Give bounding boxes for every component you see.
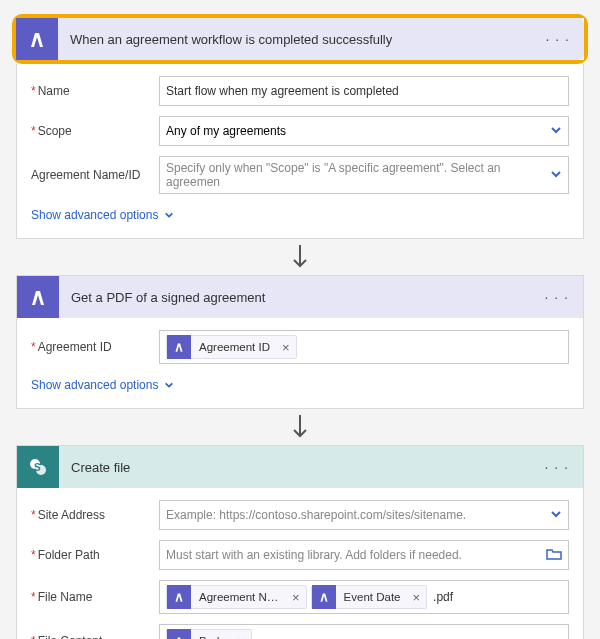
createfile-title: Create file bbox=[59, 460, 531, 475]
sharepoint-icon: S bbox=[17, 446, 59, 488]
trigger-body-card: *Name *Scope Any of my agreements Agreem… bbox=[16, 64, 584, 239]
field-agreement[interactable]: Specify only when "Scope" is "A specific… bbox=[159, 156, 569, 194]
remove-token-icon[interactable]: × bbox=[231, 634, 251, 640]
createfile-body: *Site Address Example: https://contoso.s… bbox=[17, 488, 583, 639]
trigger-title: When an agreement workflow is completed … bbox=[58, 32, 532, 47]
token-agreement-id[interactable]: Agreement ID × bbox=[166, 335, 297, 359]
row-filename: *File Name Agreement Na... × Event Date … bbox=[31, 580, 569, 614]
label-name: *Name bbox=[31, 84, 159, 98]
remove-token-icon[interactable]: × bbox=[286, 590, 306, 605]
site-placeholder: Example: https://contoso.sharepoint.com/… bbox=[166, 508, 546, 522]
label-agreement-id: *Agreement ID bbox=[31, 340, 159, 354]
createfile-menu-button[interactable]: · · · bbox=[531, 459, 583, 475]
getpdf-menu-button[interactable]: · · · bbox=[531, 289, 583, 305]
trigger-body: *Name *Scope Any of my agreements Agreem… bbox=[17, 64, 583, 238]
folder-placeholder: Must start with an existing library. Add… bbox=[166, 548, 542, 562]
adobe-sign-icon bbox=[167, 585, 191, 609]
createfile-card: S Create file · · · *Site Address Exampl… bbox=[16, 445, 584, 639]
adobe-sign-icon bbox=[167, 335, 191, 359]
adobe-sign-icon bbox=[167, 629, 191, 639]
label-scope: *Scope bbox=[31, 124, 159, 138]
field-site[interactable]: Example: https://contoso.sharepoint.com/… bbox=[159, 500, 569, 530]
svg-text:S: S bbox=[34, 462, 41, 473]
highlighted-trigger: When an agreement workflow is completed … bbox=[12, 14, 588, 64]
row-name: *Name bbox=[31, 76, 569, 106]
trigger-header[interactable]: When an agreement workflow is completed … bbox=[16, 18, 584, 60]
chevron-down-icon[interactable] bbox=[550, 168, 562, 183]
chevron-down-icon[interactable] bbox=[550, 124, 562, 139]
adobe-sign-icon bbox=[16, 18, 58, 60]
filename-suffix: .pdf bbox=[431, 590, 453, 604]
getpdf-title: Get a PDF of a signed agreement bbox=[59, 290, 531, 305]
advanced-options-link[interactable]: Show advanced options bbox=[31, 374, 174, 402]
row-scope: *Scope Any of my agreements bbox=[31, 116, 569, 146]
remove-token-icon[interactable]: × bbox=[276, 340, 296, 355]
adobe-sign-icon bbox=[17, 276, 59, 318]
token-body[interactable]: Body × bbox=[166, 629, 252, 639]
agreement-placeholder: Specify only when "Scope" is "A specific… bbox=[166, 161, 546, 189]
label-filecontent: *File Content bbox=[31, 634, 159, 639]
row-site: *Site Address Example: https://contoso.s… bbox=[31, 500, 569, 530]
chevron-down-icon bbox=[164, 380, 174, 390]
advanced-options-link[interactable]: Show advanced options bbox=[31, 204, 174, 232]
trigger-menu-button[interactable]: · · · bbox=[532, 31, 584, 47]
row-folder: *Folder Path Must start with an existing… bbox=[31, 540, 569, 570]
chevron-down-icon bbox=[164, 210, 174, 220]
row-agreement: Agreement Name/ID Specify only when "Sco… bbox=[31, 156, 569, 194]
getpdf-header[interactable]: Get a PDF of a signed agreement · · · bbox=[17, 276, 583, 318]
label-site: *Site Address bbox=[31, 508, 159, 522]
adobe-sign-icon bbox=[312, 585, 336, 609]
name-input[interactable] bbox=[166, 84, 562, 98]
field-filename[interactable]: Agreement Na... × Event Date × .pdf bbox=[159, 580, 569, 614]
chevron-down-icon[interactable] bbox=[550, 508, 562, 523]
row-filecontent: *File Content Body × bbox=[31, 624, 569, 639]
getpdf-body: *Agreement ID Agreement ID × Show advanc… bbox=[17, 318, 583, 408]
field-scope[interactable]: Any of my agreements bbox=[159, 116, 569, 146]
createfile-header[interactable]: S Create file · · · bbox=[17, 446, 583, 488]
label-agreement: Agreement Name/ID bbox=[31, 168, 159, 182]
folder-picker-icon[interactable] bbox=[546, 547, 562, 564]
field-name[interactable] bbox=[159, 76, 569, 106]
label-folder: *Folder Path bbox=[31, 548, 159, 562]
getpdf-card: Get a PDF of a signed agreement · · · *A… bbox=[16, 275, 584, 409]
field-folder[interactable]: Must start with an existing library. Add… bbox=[159, 540, 569, 570]
token-agreement-name[interactable]: Agreement Na... × bbox=[166, 585, 307, 609]
remove-token-icon[interactable]: × bbox=[407, 590, 427, 605]
token-event-date[interactable]: Event Date × bbox=[311, 585, 428, 609]
trigger-card: When an agreement workflow is completed … bbox=[16, 18, 584, 60]
field-agreement-id[interactable]: Agreement ID × bbox=[159, 330, 569, 364]
flow-arrow bbox=[16, 239, 584, 275]
flow-arrow bbox=[16, 409, 584, 445]
label-filename: *File Name bbox=[31, 590, 159, 604]
field-filecontent[interactable]: Body × bbox=[159, 624, 569, 639]
scope-value: Any of my agreements bbox=[166, 124, 286, 138]
row-agreement-id: *Agreement ID Agreement ID × bbox=[31, 330, 569, 364]
